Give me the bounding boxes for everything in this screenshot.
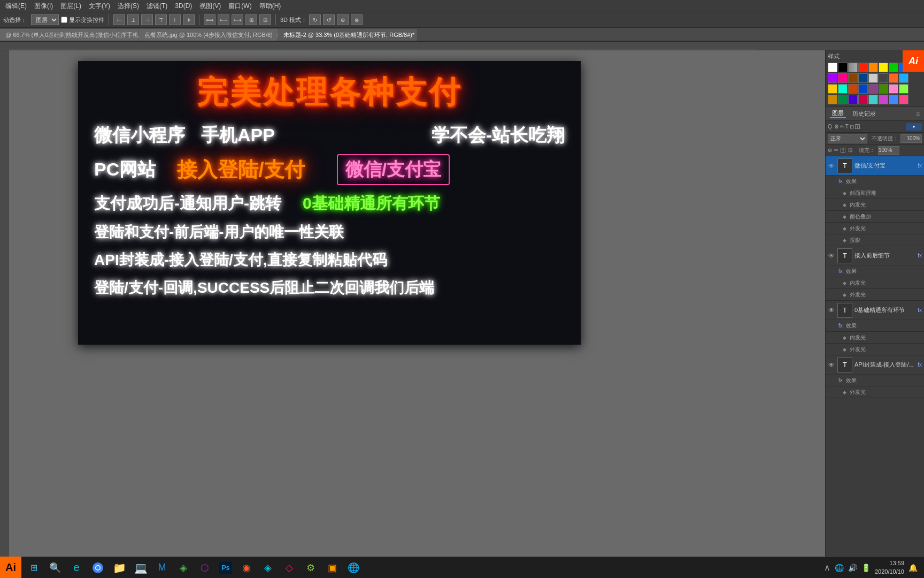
- menu-3d[interactable]: 3D(D): [172, 1, 195, 11]
- align-btn-4[interactable]: ⊤: [155, 14, 167, 25]
- swatch-dred[interactable]: [848, 84, 858, 94]
- swatch-lpink[interactable]: [889, 84, 898, 94]
- layer-sub-inner-glow-3[interactable]: ◆ 内发光: [826, 332, 924, 344]
- menu-text[interactable]: 文字(Y): [86, 1, 113, 12]
- taskbar-search[interactable]: 🔍: [45, 558, 65, 577]
- menu-window[interactable]: 窗口(W): [225, 1, 255, 12]
- taskbar-app-3[interactable]: ◈: [173, 558, 194, 577]
- swatch-yellow[interactable]: [879, 63, 888, 72]
- swatch-cyan[interactable]: [868, 95, 878, 104]
- layers-tab-layers[interactable]: 图层: [830, 109, 846, 118]
- swatch-purple[interactable]: [828, 73, 837, 83]
- swatch-dblue[interactable]: [858, 84, 868, 94]
- swatch-magenta[interactable]: [879, 95, 888, 104]
- mode-btn-4[interactable]: ⊗: [351, 14, 363, 25]
- taskbar-app-10[interactable]: 🌐: [343, 558, 364, 577]
- swatch-red[interactable]: [858, 63, 868, 72]
- swatch-dgray[interactable]: [879, 73, 888, 83]
- eye-icon-1[interactable]: 👁: [828, 162, 835, 170]
- taskbar-vscode[interactable]: 💻: [130, 558, 151, 577]
- swatch-lblue[interactable]: [899, 73, 908, 83]
- menu-select[interactable]: 选择(S): [114, 1, 142, 12]
- eye-icon-2[interactable]: 👁: [828, 252, 835, 260]
- align-btn-9[interactable]: ⟼: [232, 14, 243, 25]
- opacity-input[interactable]: [900, 134, 922, 143]
- menu-view[interactable]: 视图(V): [196, 1, 224, 12]
- layer-sub-inner-glow-1[interactable]: ◆ 内发光: [826, 199, 924, 211]
- align-btn-11[interactable]: ⊟: [259, 14, 271, 25]
- swatch-navy[interactable]: [858, 73, 868, 83]
- align-btn-3[interactable]: ⊣: [141, 14, 153, 25]
- menu-help[interactable]: 帮助(H): [256, 1, 284, 12]
- swatch-crimson[interactable]: [858, 95, 868, 104]
- menu-layer[interactable]: 图层(L): [57, 1, 84, 12]
- align-btn-10[interactable]: ⊞: [245, 14, 257, 25]
- canvas-workspace[interactable]: 完美处理各种支付 微信小程序 手机APP 学不会-站长吃翔 PC网站 接入登陆/…: [9, 50, 825, 565]
- align-btn-6[interactable]: ⊧: [183, 14, 195, 25]
- layer-sub-effect-4[interactable]: fx 效果: [826, 375, 924, 386]
- taskbar-app-8[interactable]: ⚙: [301, 558, 321, 577]
- mode-btn-2[interactable]: ↺: [323, 14, 335, 25]
- layer-item-jieru[interactable]: 👁 T 接入前后细节 fx: [826, 246, 924, 265]
- swatch-green[interactable]: [889, 63, 898, 72]
- layer-sub-effect-3[interactable]: fx 效果: [826, 320, 924, 332]
- swatch-amber[interactable]: [828, 95, 837, 104]
- taskbar-ps[interactable]: Ps: [216, 558, 235, 577]
- swatch-gray1[interactable]: [848, 63, 858, 72]
- layer-filter-toggle[interactable]: ●: [906, 123, 922, 131]
- layers-tab-history[interactable]: 历史记录: [850, 110, 878, 118]
- tab-0[interactable]: @ 66.7% (单人0基础到熟线开发出(微信小程序手机APP, RGB/8#)…: [0, 29, 139, 41]
- swatch-violet[interactable]: [868, 84, 878, 94]
- align-btn-1[interactable]: ⊢: [113, 14, 125, 25]
- mode-btn-3[interactable]: ⊕: [337, 14, 349, 25]
- swatch-pink[interactable]: [838, 73, 848, 83]
- taskbar-chrome[interactable]: [88, 558, 108, 577]
- menu-filter[interactable]: 滤镜(T): [143, 1, 171, 12]
- layer-item-weixin[interactable]: 👁 T 微信/支付宝 fx: [826, 156, 924, 176]
- layer-item-0jichu[interactable]: 👁 T 0基础精通所有环节 fx: [826, 301, 924, 320]
- style-panel-tab[interactable]: 样式: [828, 52, 840, 60]
- taskbar-app-2[interactable]: M: [152, 558, 172, 577]
- toolbar-transform-toggle[interactable]: 显示变换控件: [61, 16, 104, 24]
- swatch-gold[interactable]: [828, 84, 837, 94]
- taskbar-app-4[interactable]: ⬡: [195, 558, 215, 577]
- layer-sub-effect-1[interactable]: fx 效果: [826, 176, 924, 187]
- layer-sub-bevel[interactable]: ◆ 斜面和浮雕: [826, 187, 924, 199]
- taskbar-app-6[interactable]: ◈: [258, 558, 278, 577]
- mode-btn-1[interactable]: ↻: [309, 14, 321, 25]
- eye-icon-3[interactable]: 👁: [828, 307, 835, 314]
- layer-sub-effect-2[interactable]: fx 效果: [826, 265, 924, 277]
- layer-sub-outer-glow-1[interactable]: ◆ 外发光: [826, 223, 924, 234]
- swatch-lgray[interactable]: [868, 73, 878, 83]
- blend-mode-select[interactable]: 正常: [828, 134, 867, 143]
- swatch-black[interactable]: [838, 63, 848, 72]
- menu-edit[interactable]: 编辑(E): [2, 1, 30, 12]
- toolbar-layer-select[interactable]: 图层: [31, 14, 59, 25]
- eye-icon-4[interactable]: 👁: [828, 361, 835, 369]
- layer-sub-outer-glow-3[interactable]: ◆ 外发光: [826, 344, 924, 355]
- swatch-hotpink[interactable]: [899, 95, 908, 104]
- transform-checkbox[interactable]: [61, 17, 67, 23]
- tab-1[interactable]: 点餐系统.jpg @ 100% (4步接入微信支付, RGB/8) ✕: [139, 29, 278, 41]
- layer-sub-inner-glow-2[interactable]: ◆ 内发光: [826, 277, 924, 289]
- layer-sub-shadow[interactable]: ◆ 投影: [826, 234, 924, 246]
- tab-2[interactable]: 未标题-2 @ 33.3% (0基础精通所有环节, RGB/8#)* ✕: [278, 29, 417, 41]
- layer-sub-outer-glow-4[interactable]: ◆ 外发光: [826, 386, 924, 398]
- notification-icon[interactable]: 🔔: [908, 564, 918, 572]
- swatch-lgreen[interactable]: [899, 84, 908, 94]
- swatch-periwinkle[interactable]: [889, 95, 898, 104]
- taskbar-clock[interactable]: 13:59 2020/10/10: [875, 559, 904, 576]
- align-btn-7[interactable]: ⟺: [204, 14, 215, 25]
- taskbar-start[interactable]: ⊞: [24, 558, 44, 577]
- swatch-teal[interactable]: [838, 84, 848, 94]
- menu-image[interactable]: 图像(I): [31, 1, 56, 12]
- taskbar-app-9[interactable]: ▣: [322, 558, 342, 577]
- swatch-emerald[interactable]: [838, 95, 848, 104]
- swatch-white[interactable]: [828, 63, 837, 72]
- taskbar-chevron-up[interactable]: ∧: [824, 562, 830, 573]
- swatch-lorange[interactable]: [889, 73, 898, 83]
- swatch-dgreen[interactable]: [879, 84, 888, 94]
- layer-sub-outer-glow-2[interactable]: ◆ 外发光: [826, 289, 924, 301]
- swatch-orange[interactable]: [868, 63, 878, 72]
- taskbar-app-1[interactable]: 📁: [109, 558, 129, 577]
